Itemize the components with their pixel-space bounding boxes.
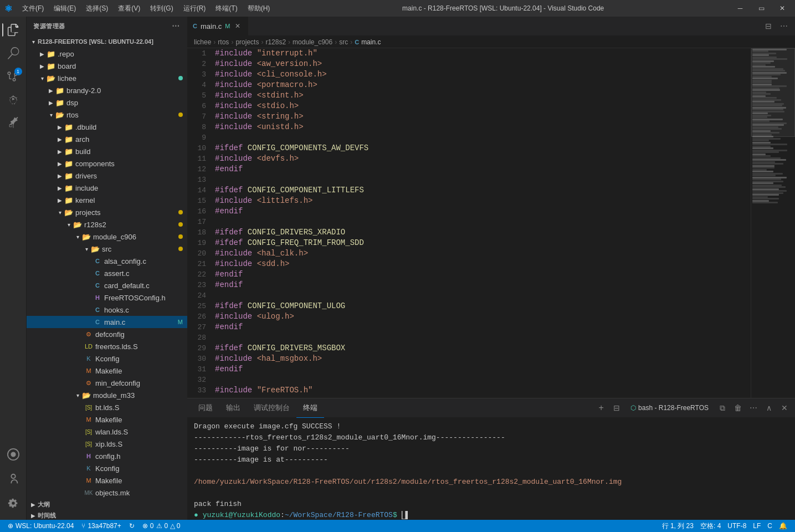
panel-tab-terminal[interactable]: 终端: [296, 398, 324, 418]
code-line-7[interactable]: #include <string.h>: [215, 111, 746, 122]
code-line-4[interactable]: #include <portmacro.h>: [215, 80, 746, 90]
tree-item-min-defconfig[interactable]: ⚙ min_defconfig: [27, 377, 187, 389]
code-line-33[interactable]: #include "FreeRTOS.h": [215, 385, 746, 396]
status-encoding[interactable]: UTF-8: [724, 520, 750, 532]
code-line-10[interactable]: #ifdef CONFIG_COMPONENTS_AW_DEVFS: [215, 143, 746, 154]
activity-search-button[interactable]: [2, 42, 24, 64]
tree-item-kernel[interactable]: ▶ 📁 kernel: [27, 194, 187, 206]
code-line-16[interactable]: #endif: [215, 206, 746, 217]
tree-item-makefile3[interactable]: M Makefile: [27, 474, 187, 487]
tree-item-projects[interactable]: ▾ 📂 projects: [27, 206, 187, 218]
tree-item-board[interactable]: ▶ 📁 board: [27, 60, 187, 72]
sidebar-more-icon[interactable]: ⋯: [171, 21, 181, 31]
code-line-30[interactable]: #include <hal_msgbox.h>: [215, 354, 746, 364]
code-line-19[interactable]: #ifdef CONFIG_FREQ_TRIM_FROM_SDD: [215, 238, 746, 248]
activity-extensions-button[interactable]: [2, 112, 24, 134]
tree-item-kconfig2[interactable]: K Kconfig: [27, 462, 187, 474]
status-errors[interactable]: ⊗ 0 ⚠ 0 △ 0: [139, 520, 184, 532]
tree-item-brandy[interactable]: ▶ 📁 brandy-2.0: [27, 84, 187, 96]
menu-item-编辑(E)[interactable]: 编辑(E): [49, 3, 80, 14]
code-line-15[interactable]: #include <littlefs.h>: [215, 196, 746, 206]
code-line-17[interactable]: [215, 217, 746, 227]
tree-item-rtos[interactable]: ▾ 📂 rtos: [27, 109, 187, 121]
tree-item-card-default[interactable]: C card_default.c: [27, 279, 187, 291]
tree-item-kconfig1[interactable]: K Kconfig: [27, 352, 187, 365]
code-line-11[interactable]: #include <devfs.h>: [215, 154, 746, 164]
code-line-9[interactable]: [215, 132, 746, 143]
code-line-29[interactable]: #ifdef CONFIG_DRIVERS_MSGBOX: [215, 343, 746, 354]
code-line-13[interactable]: [215, 175, 746, 185]
code-line-23[interactable]: #endif: [215, 280, 746, 290]
terminal-content[interactable]: Dragon execute image.cfg SUCCESS ! -----…: [187, 418, 795, 520]
breadcrumb-lichee[interactable]: lichee: [194, 38, 211, 46]
tree-item-wlan-lds[interactable]: [S] wlan.lds.S: [27, 426, 187, 438]
new-terminal-button[interactable]: +: [595, 402, 607, 414]
breadcrumb-main-c[interactable]: main.c: [361, 38, 381, 46]
menu-item-终端(T)[interactable]: 终端(T): [211, 3, 242, 14]
menu-item-查看(V)[interactable]: 查看(V): [114, 3, 145, 14]
tree-item-makefile1[interactable]: M Makefile: [27, 365, 187, 377]
panel-tab-problems[interactable]: 问题: [192, 398, 219, 418]
code-line-27[interactable]: #endif: [215, 322, 746, 332]
code-line-22[interactable]: #endif: [215, 269, 746, 280]
code-line-8[interactable]: #include <unistd.h>: [215, 122, 746, 132]
tree-item-module-c906[interactable]: ▾ 📂 module_c906: [27, 231, 187, 243]
tree-item-r128s2[interactable]: ▾ 📂 r128s2: [27, 218, 187, 231]
code-line-12[interactable]: #endif: [215, 164, 746, 175]
status-line-col[interactable]: 行 1, 列 23: [659, 520, 697, 532]
breadcrumb-module-c906[interactable]: module_c906: [293, 38, 332, 46]
tree-item-dbuild[interactable]: ▶ 📁 .dbuild: [27, 121, 187, 133]
tree-item-config-h[interactable]: H config.h: [27, 450, 187, 462]
code-line-5[interactable]: #include <stdint.h>: [215, 90, 746, 101]
menu-item-文件(F)[interactable]: 文件(F): [18, 3, 48, 14]
menu-item-转到(G)[interactable]: 转到(G): [146, 3, 177, 14]
activity-explorer-button[interactable]: [2, 19, 24, 41]
activity-remote-button[interactable]: [2, 443, 24, 466]
tree-item-components[interactable]: ▶ 📁 components: [27, 157, 187, 170]
tree-item-build[interactable]: ▶ 📁 build: [27, 145, 187, 157]
tree-item-main-c[interactable]: C main.c M: [27, 316, 187, 328]
code-line-6[interactable]: #include <stdio.h>: [215, 101, 746, 111]
code-line-32[interactable]: [215, 375, 746, 385]
code-line-28[interactable]: [215, 332, 746, 343]
tree-item-hooks[interactable]: C hooks.c: [27, 304, 187, 316]
breadcrumb-src[interactable]: src: [339, 38, 348, 46]
panel-tab-debug-console[interactable]: 调试控制台: [247, 398, 296, 418]
tree-item-include[interactable]: ▶ 📁 include: [27, 182, 187, 194]
status-notifications[interactable]: 🔔: [776, 520, 791, 532]
tree-item-xip-lds[interactable]: [S] xip.lds.S: [27, 438, 187, 450]
kill-terminal-icon[interactable]: 🗑: [732, 402, 744, 414]
code-line-21[interactable]: #include <sdd.h>: [215, 259, 746, 269]
panel-maximize-icon[interactable]: ∧: [763, 402, 775, 414]
tree-section-outlines[interactable]: ▶ 大纲: [27, 499, 187, 510]
titlebar-restore-button[interactable]: ▭: [753, 3, 770, 14]
code-line-26[interactable]: #include <ulog.h>: [215, 311, 746, 322]
status-eol[interactable]: LF: [750, 520, 764, 532]
status-spaces[interactable]: 空格: 4: [697, 520, 724, 532]
tab-main-c[interactable]: C main.c M ✕: [187, 17, 248, 35]
tree-item-alsa-config[interactable]: C alsa_config.c: [27, 255, 187, 267]
tree-item-dsp[interactable]: ▶ 📁 dsp: [27, 96, 187, 109]
status-branch[interactable]: ⑂ 13a47b87+: [78, 520, 124, 532]
more-actions-icon[interactable]: ⋯: [777, 19, 791, 33]
activity-run-debug-button[interactable]: [2, 89, 24, 111]
tree-item-drivers[interactable]: ▶ 📁 drivers: [27, 170, 187, 182]
breadcrumb-rtos[interactable]: rtos: [218, 38, 229, 46]
code-line-1[interactable]: #include "interrupt.h": [215, 48, 746, 59]
tree-item-freertos-config[interactable]: H FreeRTOSConfig.h: [27, 291, 187, 304]
status-language[interactable]: C: [764, 520, 776, 532]
status-remote[interactable]: ⊕ WSL: Ubuntu-22.04: [4, 520, 77, 532]
activity-settings-button[interactable]: [2, 492, 24, 514]
breadcrumb-projects[interactable]: projects: [235, 38, 259, 46]
tree-item-objects-mk[interactable]: MK objects.mk: [27, 487, 187, 499]
code-line-20[interactable]: #include <hal_clk.h>: [215, 248, 746, 259]
code-line-14[interactable]: #ifdef CONFIG_COMPONENT_LITTLEFS: [215, 185, 746, 196]
tree-item-defconfig[interactable]: ⚙ defconfig: [27, 328, 187, 340]
menu-item-帮助(H)[interactable]: 帮助(H): [243, 3, 275, 14]
terminal-instance-label[interactable]: ⬡ bash - R128-FreeRTOS: [626, 404, 713, 412]
tree-item-repo[interactable]: ▶ 📁 .repo: [27, 48, 187, 60]
menu-item-选择(S)[interactable]: 选择(S): [81, 3, 112, 14]
code-content[interactable]: #include "interrupt.h"#include <aw_versi…: [211, 48, 751, 398]
tree-section-timeline[interactable]: ▶ 时间线: [27, 510, 187, 520]
tree-item-freertos-lds[interactable]: LD freertos.lds.S: [27, 340, 187, 352]
